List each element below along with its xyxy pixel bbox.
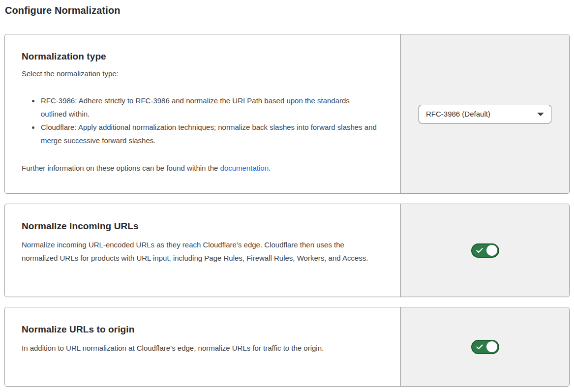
toggle-knob [486, 341, 497, 352]
documentation-link[interactable]: documentation [220, 164, 269, 172]
card-normalize-incoming-urls: Normalize incoming URLs Normalize incomi… [4, 204, 570, 297]
normalize-urls-to-origin-toggle[interactable] [471, 340, 499, 354]
card-normalize-urls-to-origin: Normalize URLs to origin In addition to … [4, 307, 570, 387]
card-control-panel [400, 307, 569, 386]
card-intro: Select the normalization type: [22, 68, 380, 79]
card-control-panel: RFC-3986 (Default) [400, 34, 569, 193]
list-item: Cloudflare: Apply additional normalizati… [40, 121, 377, 147]
footer-text: Further information on these options can… [22, 164, 220, 172]
card-content: Normalize URLs to origin In addition to … [5, 307, 400, 386]
card-title: Normalize URLs to origin [22, 323, 381, 335]
toggle-knob [486, 245, 497, 256]
normalize-incoming-urls-toggle[interactable] [471, 243, 499, 258]
check-icon [476, 344, 483, 350]
card-description: Normalize incoming URL-encoded URLs as t… [22, 238, 380, 265]
list-item: RFC-3986: Adhere strictly to RFC-3986 an… [40, 94, 377, 121]
card-content: Normalize incoming URLs Normalize incomi… [5, 204, 400, 297]
normalization-type-select[interactable]: RFC-3986 (Default) [419, 105, 551, 123]
card-description: In addition to URL normalization at Clou… [22, 341, 380, 355]
card-normalization-type: Normalization type Select the normalizat… [4, 34, 570, 194]
page-title: Configure Normalization [5, 4, 570, 17]
select-value: RFC-3986 (Default) [426, 110, 490, 118]
bullet-list: RFC-3986: Adhere strictly to RFC-3986 an… [22, 94, 377, 147]
card-control-panel [400, 204, 569, 297]
chevron-down-icon [537, 113, 544, 116]
card-footer: Further information on these options can… [22, 161, 380, 175]
card-title: Normalization type [22, 50, 381, 62]
card-title: Normalize incoming URLs [22, 220, 381, 232]
check-icon [476, 248, 483, 253]
card-content: Normalization type Select the normalizat… [5, 34, 400, 193]
footer-text-suffix: . [269, 164, 271, 172]
